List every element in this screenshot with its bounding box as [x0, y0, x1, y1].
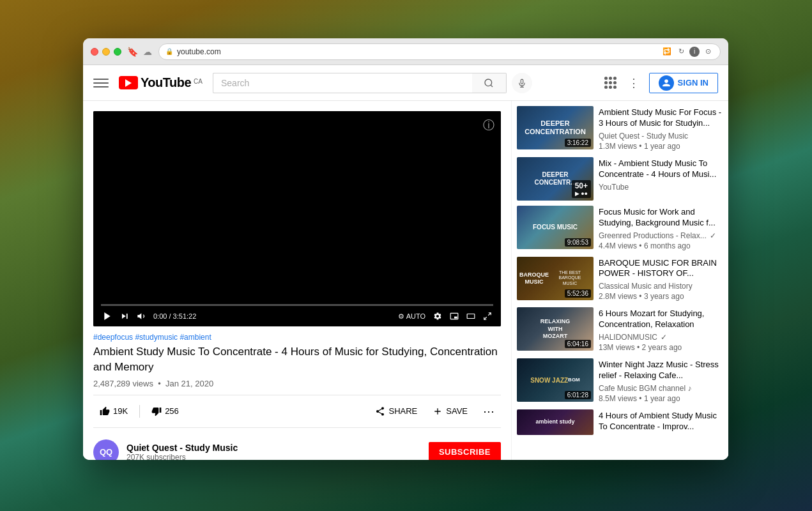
sign-in-button[interactable]: SIGN IN	[649, 73, 718, 93]
thumbnail-container-1: DEEPERCONCENTRATION 3:16:22	[517, 106, 594, 149]
playlist-badge: 50+ ▶ ●●	[572, 180, 591, 198]
dislike-count: 256	[165, 406, 179, 416]
video-info: #deepfocus #studymusic #ambient Ambient …	[93, 326, 501, 460]
volume-button[interactable]	[135, 310, 148, 323]
play-button[interactable]	[101, 310, 114, 323]
fullscreen-button[interactable]	[482, 310, 493, 322]
thumbnail-container-3: FOCUS MUSIC 9:08:53	[517, 206, 594, 249]
sidebar-item-info-7: 4 Hours of Ambient Study Music To Concen…	[599, 409, 723, 435]
svg-marker-3	[122, 314, 126, 319]
sidebar-item-meta-4: 2.8M views • 3 years ago	[599, 292, 723, 301]
dislike-button[interactable]: 256	[145, 402, 185, 420]
hamburger-menu[interactable]	[93, 75, 109, 91]
sidebar-item-title-2: Mix - Ambient Study Music To Concentrate…	[599, 158, 723, 180]
search-input[interactable]	[213, 73, 472, 93]
video-duration-1: 3:16:22	[565, 139, 591, 147]
share-button[interactable]: SHARE	[369, 402, 424, 420]
miniplayer-button[interactable]	[448, 310, 460, 322]
like-button[interactable]: 19K	[93, 402, 134, 420]
close-button[interactable]	[91, 48, 98, 56]
main-content: ⓘ	[83, 101, 728, 460]
sidebar-item[interactable]: DEEPERCONCENTRATION 3:16:22 Ambient Stud…	[517, 106, 723, 152]
menu-line-1	[93, 79, 109, 80]
sidebar-item[interactable]: BAROQUEMUSICTHE BEST BAROQUEMUSIC 5:52:3…	[517, 257, 723, 303]
sidebar-item-title-1: Ambient Study Music For Focus - 3 Hours …	[599, 107, 723, 129]
video-sidebar: DEEPERCONCENTRATION 3:16:22 Ambient Stud…	[511, 101, 728, 460]
svg-marker-5	[137, 313, 141, 319]
thumbnail-container-7: ambient study	[517, 409, 594, 435]
hashtags[interactable]: #deepfocus #studymusic #ambient	[93, 333, 501, 342]
thumbnail-container-6: Snow JazzBGM 6:01:28	[517, 358, 594, 402]
next-button[interactable]	[119, 310, 130, 322]
youtube-logo[interactable]: YouTube CA	[119, 75, 203, 90]
youtube-header: YouTube CA	[83, 65, 728, 101]
search-button[interactable]	[472, 73, 507, 93]
channel-name[interactable]: Quiet Quest - Study Music	[126, 443, 421, 453]
svg-line-1	[491, 85, 493, 87]
youtube-page: YouTube CA	[83, 65, 728, 460]
sidebar-item[interactable]: DEEPERCONCENTR... 50+ ▶ ●● Mix - Ambient…	[517, 157, 723, 201]
svg-marker-2	[104, 312, 110, 320]
user-icon	[659, 75, 674, 91]
progress-bar[interactable]	[101, 304, 493, 306]
video-meta: 2,487,289 views • Jan 21, 2020	[93, 379, 501, 388]
menu-line-3	[93, 86, 109, 88]
video-duration-6: 6:01:28	[565, 391, 591, 399]
minimize-button[interactable]	[102, 48, 110, 56]
settings-button[interactable]	[432, 310, 443, 322]
video-info-icon[interactable]: ⓘ	[483, 118, 494, 133]
youtube-logo-icon	[119, 76, 138, 89]
svg-point-0	[485, 79, 492, 86]
action-divider-1	[139, 405, 140, 418]
svg-rect-4	[126, 314, 128, 319]
sidebar-item-meta-3: 4.4M views • 6 months ago	[599, 241, 723, 250]
video-section: ⓘ	[83, 101, 511, 460]
sidebar-item-info-1: Ambient Study Music For Focus - 3 Hours …	[599, 106, 723, 152]
sidebar-item[interactable]: Snow JazzBGM 6:01:28 Winter Night Jazz M…	[517, 358, 723, 404]
voice-search-button[interactable]	[512, 73, 532, 93]
subscribe-button[interactable]: SUBSCRIBE	[429, 442, 501, 460]
more-button[interactable]: ⋯	[477, 400, 501, 422]
address-bar[interactable]: 🔒 youtube.com 🔁 ↻ i ⊙	[158, 43, 721, 60]
youtube-country-badge: CA	[194, 78, 203, 85]
thumbnail-container-2: DEEPERCONCENTR... 50+ ▶ ●●	[517, 157, 594, 201]
maximize-button[interactable]	[114, 48, 121, 56]
apps-grid-button[interactable]	[603, 75, 618, 91]
sidebar-item[interactable]: FOCUS MUSIC 9:08:53 Focus Music for Work…	[517, 206, 723, 252]
save-label: SAVE	[446, 406, 468, 416]
video-screen: ⓘ	[93, 111, 501, 303]
channel-row: QQ Quiet Quest - Study Music 207K subscr…	[93, 436, 501, 460]
share-icon[interactable]: 🔁	[661, 46, 673, 57]
verified-icon-5: ✓	[661, 333, 667, 342]
svg-line-10	[484, 317, 487, 319]
share-label: SHARE	[388, 406, 417, 416]
sidebar-item-title-7: 4 Hours of Ambient Study Music To Concen…	[599, 411, 723, 432]
sidebar-item-meta-5: 13M views • 2 years ago	[599, 343, 723, 352]
cloud-icon[interactable]: ☁	[142, 46, 153, 57]
sidebar-item[interactable]: ambient study 4 Hours of Ambient Study M…	[517, 409, 723, 435]
more-options-button[interactable]: ⋮	[626, 75, 641, 91]
sidebar-item-title-5: 6 Hours Mozart for Studying, Concentrati…	[599, 309, 723, 330]
video-player[interactable]: ⓘ	[93, 111, 501, 326]
sidebar-item[interactable]: RELAXINGWITHMOZART 6:04:16 6 Hours Mozar…	[517, 307, 723, 353]
url-text: youtube.com	[177, 47, 657, 56]
channel-avatar[interactable]: QQ	[93, 439, 119, 460]
sidebar-item-channel-1: Quiet Quest - Study Music	[599, 132, 723, 141]
download-icon[interactable]: ⊙	[702, 46, 714, 57]
thumbnail-container-5: RELAXINGWITHMOZART 6:04:16	[517, 307, 594, 351]
sidebar-item-meta-6: 8.5M views • 1 year ago	[599, 394, 723, 403]
save-button[interactable]: SAVE	[426, 402, 474, 420]
bookmarks-icon[interactable]: 🔖	[126, 46, 138, 57]
reload-icon[interactable]: ↻	[675, 46, 687, 57]
theater-mode-button[interactable]	[465, 310, 477, 322]
svg-rect-8	[467, 314, 475, 319]
svg-rect-7	[454, 317, 457, 319]
sidebar-item-info-4: BAROQUE MUSIC FOR BRAIN POWER - HISTORY …	[599, 257, 723, 303]
address-bar-right-icons: 🔁 ↻ i ⊙	[661, 46, 714, 57]
sidebar-item-channel-6: Cafe Music BGM channel ♪	[599, 384, 723, 393]
autoplay-toggle[interactable]: ⚙ AUTO	[397, 311, 427, 322]
info-icon[interactable]: i	[689, 47, 700, 57]
channel-info: Quiet Quest - Study Music 207K subscribe…	[126, 443, 421, 460]
browser-window: 🔖 ☁ 🔒 youtube.com 🔁 ↻ i ⊙ YouT	[83, 38, 728, 460]
traffic-lights	[91, 48, 121, 56]
